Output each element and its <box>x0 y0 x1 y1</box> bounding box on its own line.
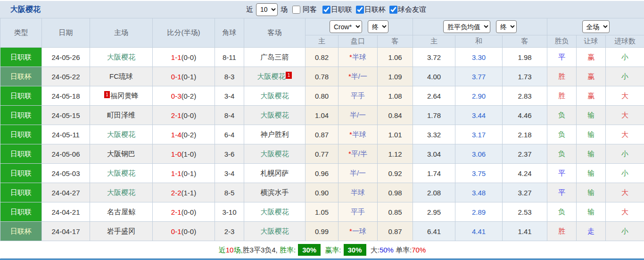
odds-time-select[interactable]: 终 <box>368 20 388 33</box>
match-date: 24-05-18 <box>42 86 90 106</box>
avg-draw-cell: 3.06 <box>455 144 503 164</box>
subcol-odds-home: 主 <box>305 35 339 48</box>
filter-controls: 近 10 场 同客 日职联 日联杯 球会友谊 <box>244 1 426 18</box>
match-history-table: 类型 日期 主场 比分(半场) 角球 客场 Crow* 终 胜平负均值 终 <box>0 18 644 259</box>
jcup-checkbox[interactable] <box>356 6 364 14</box>
result-cell: 平 <box>547 48 577 67</box>
away-team-cell[interactable]: 横滨水手 <box>244 183 305 202</box>
match-row: 日职联24-05-06大阪钢巴1-0(1-0)3-6大阪樱花0.77*平/半1.… <box>0 144 644 164</box>
summary-percent-box: 30% <box>298 244 321 256</box>
away-team-cell[interactable]: 神户胜利 <box>244 125 305 144</box>
score-cell: 1-4(0-2) <box>153 125 215 144</box>
col-header-date: 日期 <box>42 18 90 48</box>
away-team-cell[interactable]: 大阪樱花1 <box>244 67 305 86</box>
match-history-panel: 大阪樱花 近 10 场 同客 日职联 日联杯 球会友谊 <box>0 1 644 260</box>
team-name: 神户胜利 <box>261 130 289 138</box>
away-team-cell[interactable]: 大阪樱花 <box>244 144 305 164</box>
score-cell: 1-1(0-1) <box>153 164 215 183</box>
goals-result-cell: 大 <box>606 86 644 106</box>
friendly-checkbox[interactable] <box>389 6 397 14</box>
odds-home-cell: 1.04 <box>305 106 339 125</box>
subcol-handicap-result: 让球 <box>577 35 606 48</box>
same-venue-checkbox[interactable] <box>292 6 300 14</box>
away-team-cell[interactable]: 广岛三箭 <box>244 48 305 67</box>
home-team-cell[interactable]: 大阪樱花 <box>90 164 153 183</box>
handicap-cell: *半球 <box>339 48 378 67</box>
odds-away-cell: 0.87 <box>378 222 413 241</box>
match-row: 日职联24-04-27大阪樱花2-2(1-1)8-5横滨水手0.90半球0.98… <box>0 183 644 202</box>
recent-count-select[interactable]: 10 <box>256 3 278 16</box>
home-team-cell[interactable]: 大阪樱花 <box>90 125 153 144</box>
handicap-result-cell: 输 <box>577 144 606 164</box>
avg-draw-cell: 3.17 <box>455 125 503 144</box>
avg-type-select[interactable]: 胜平负均值 <box>443 20 490 33</box>
odds-home-cell: 0.78 <box>305 67 339 86</box>
goals-result-cell: 小 <box>606 144 644 164</box>
match-row: 日职联24-05-26大阪樱花1-1(0-0)8-11广岛三箭0.82*半球1.… <box>0 48 644 67</box>
same-venue-label: 同客 <box>303 5 317 14</box>
avg-time-select[interactable]: 终 <box>496 20 517 33</box>
avg-draw-cell: 3.75 <box>455 164 503 183</box>
handicap-cell: *一球 <box>339 222 378 241</box>
handicap-result-cell: 输 <box>577 202 606 222</box>
match-date: 24-05-22 <box>42 67 90 86</box>
col-header-away: 客场 <box>244 18 305 48</box>
match-date: 24-05-11 <box>42 125 90 144</box>
goals-result-cell: 小 <box>606 222 644 241</box>
league-type-badge: 日联杯 <box>0 222 42 241</box>
league-type-badge: 日职联 <box>0 144 42 164</box>
handicap-result-cell: 输 <box>577 164 606 183</box>
team-name: 福冈黄蜂 <box>110 92 139 100</box>
avg-home-cell: 6.41 <box>413 222 455 241</box>
result-cell: 平 <box>547 183 577 202</box>
odds-away-cell: 1.12 <box>378 144 413 164</box>
table-footer: 近10场,胜3平3负4, 胜率:30% 赢率:30% 大:50% 单率:70% <box>0 241 644 259</box>
team-name: 大阪樱花 <box>107 130 135 138</box>
summary-text: 大: <box>369 246 380 254</box>
home-team-cell[interactable]: 大阪樱花 <box>90 183 153 202</box>
result-cell: 负 <box>547 202 577 222</box>
result-cell: 负 <box>547 106 577 125</box>
handicap-result-cell: 赢 <box>577 48 606 67</box>
away-team-cell[interactable]: 札幌冈萨 <box>244 164 305 183</box>
summary-text: 单率: <box>394 246 412 254</box>
odds-group-header: Crow* 终 <box>305 18 413 35</box>
period-select[interactable]: 全场 <box>582 20 610 33</box>
home-team-cell[interactable]: 大阪樱花 <box>90 48 153 67</box>
odds-away-cell: 1.09 <box>378 67 413 86</box>
match-row: 日职联24-05-11大阪樱花1-4(0-2)6-4神户胜利0.87*半球1.0… <box>0 125 644 144</box>
league-type-badge: 日职联 <box>0 183 42 202</box>
home-team-cell[interactable]: 町田泽维 <box>90 106 153 125</box>
goals-result-cell: 小 <box>606 67 644 86</box>
corner-cell: 3-6 <box>215 144 244 164</box>
league-type-badge: 日职联 <box>0 164 42 183</box>
home-team-cell[interactable]: 名古屋鲸 <box>90 202 153 222</box>
away-team-cell[interactable]: 大阪樱花 <box>244 202 305 222</box>
match-date: 24-05-06 <box>42 144 90 164</box>
handicap-cell: 半/一 <box>339 164 378 183</box>
avg-home-cell: 1.74 <box>413 164 455 183</box>
home-team-cell[interactable]: 大阪钢巴 <box>90 144 153 164</box>
handicap-cell: 半/一 <box>339 106 378 125</box>
odds-home-cell: 0.96 <box>305 164 339 183</box>
bookmaker-select[interactable]: Crow* <box>330 20 362 33</box>
summary-text: 70% <box>412 246 426 254</box>
red-number-badge: 1 <box>104 91 110 98</box>
score-cell: 0-1(0-1) <box>153 67 215 86</box>
home-team-cell[interactable]: FC琉球 <box>90 67 153 86</box>
result-cell: 胜 <box>547 67 577 86</box>
matches-label: 场 <box>281 5 288 14</box>
home-team-cell[interactable]: 岩手盛冈 <box>90 222 153 241</box>
away-team-cell[interactable]: 大阪樱花 <box>244 222 305 241</box>
corner-cell: 2-3 <box>215 222 244 241</box>
summary-text: 50% <box>380 246 394 254</box>
avg-draw-cell: 4.41 <box>455 222 503 241</box>
jleague-checkbox[interactable] <box>322 6 330 14</box>
team-name: FC琉球 <box>109 72 133 80</box>
score-cell: 1-1(0-0) <box>153 48 215 67</box>
away-team-cell[interactable]: 大阪樱花 <box>244 106 305 125</box>
team-name: 横滨水手 <box>261 188 289 196</box>
summary-row: 近10场,胜3平3负4, 胜率:30% 赢率:30% 大:50% 单率:70% <box>0 241 644 259</box>
away-team-cell[interactable]: 大阪樱花 <box>244 86 305 106</box>
home-team-cell[interactable]: 1福冈黄蜂 <box>90 86 153 106</box>
